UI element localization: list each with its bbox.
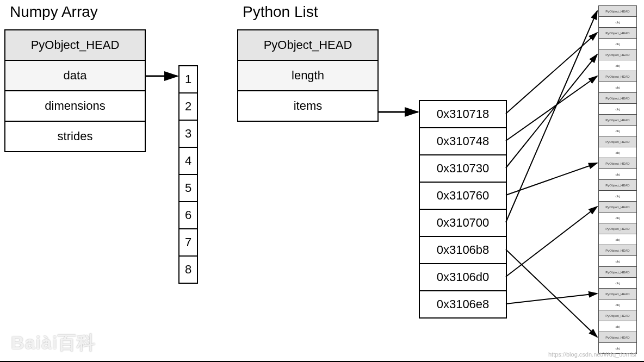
arrow-ptr-2: [506, 54, 597, 168]
data-cell: 2: [179, 93, 197, 120]
arrow-ptr-4: [506, 11, 597, 222]
heap-cell-body: obj: [599, 299, 637, 310]
heap-cell-head: PyObject_HEAD: [599, 310, 637, 321]
pylist-row-head: PyObject_HEAD: [238, 30, 378, 60]
data-cell: 6: [179, 202, 197, 229]
heap-cell-head: PyObject_HEAD: [599, 202, 637, 213]
heap-cell-body: obj: [599, 104, 637, 115]
numpy-row-strides: strides: [5, 121, 145, 152]
heap-cell-body: obj: [599, 256, 637, 267]
heap-cell-head: PyObject_HEAD: [599, 49, 637, 60]
heap-cell-body: obj: [599, 169, 637, 180]
heap-cell-body: obj: [599, 60, 637, 71]
pylist-row-length: length: [238, 60, 378, 91]
pointer-cell: 0x310730: [419, 155, 506, 182]
numpy-struct-table: PyObject_HEAD data dimensions strides: [4, 29, 146, 152]
heap-cell-head: PyObject_HEAD: [599, 71, 637, 82]
heap-cell-body: obj: [599, 278, 637, 289]
arrow-ptr-6: [506, 207, 597, 277]
pointer-cell: 0x3106d0: [419, 264, 506, 291]
data-cell: 5: [179, 174, 197, 202]
data-cell: 1: [179, 66, 197, 93]
heap-cell-head: PyObject_HEAD: [599, 136, 637, 147]
arrow-ptr-1: [506, 76, 597, 141]
heap-cell-head: PyObject_HEAD: [599, 28, 637, 39]
heap-column: PyObject_HEAD obj PyObject_HEAD obj PyOb…: [598, 5, 637, 354]
heap-cell-head: PyObject_HEAD: [599, 180, 637, 191]
heap-cell-body: obj: [599, 147, 637, 158]
arrow-ptr-0: [506, 33, 597, 114]
pointer-cell: 0x310760: [419, 182, 506, 209]
heap-cell-body: obj: [599, 191, 637, 202]
numpy-row-dimensions: dimensions: [5, 91, 145, 121]
pointer-cell: 0x310748: [419, 128, 506, 155]
pointer-cell: 0x310700: [419, 209, 506, 236]
pylist-title: Python List: [243, 3, 318, 21]
pylist-row-items: items: [238, 91, 378, 121]
pointer-cell: 0x310718: [419, 101, 506, 128]
numpy-row-head: PyObject_HEAD: [5, 30, 145, 60]
credit-text: https://blog.csdn.net/Wdq_domisi: [548, 351, 636, 358]
heap-cell-body: obj: [599, 321, 637, 332]
watermark-text: Baiài百科: [11, 330, 96, 355]
heap-cell-head: PyObject_HEAD: [599, 289, 637, 299]
heap-cell-head: PyObject_HEAD: [599, 223, 637, 234]
pointer-cell: 0x3106e8: [419, 291, 506, 318]
data-cell: 4: [179, 147, 197, 174]
heap-cell-head: PyObject_HEAD: [599, 93, 637, 104]
numpy-row-data: data: [5, 60, 145, 91]
arrow-ptr-3: [506, 163, 597, 195]
heap-cell-head: PyObject_HEAD: [599, 332, 637, 343]
heap-cell-head: PyObject_HEAD: [599, 158, 637, 169]
pointer-table: 0x310718 0x310748 0x310730 0x310760 0x31…: [419, 100, 507, 319]
heap-cell-head: PyObject_HEAD: [599, 245, 637, 256]
heap-cell-body: obj: [599, 82, 637, 93]
heap-cell-head: PyObject_HEAD: [599, 115, 637, 126]
heap-cell-body: obj: [599, 126, 637, 136]
data-cell: 7: [179, 229, 197, 256]
arrow-ptr-7: [506, 294, 597, 304]
heap-cell-body: obj: [599, 234, 637, 245]
heap-cell-body: obj: [599, 213, 637, 223]
arrow-ptr-5: [506, 249, 597, 337]
numpy-title: Numpy Array: [10, 3, 98, 21]
data-cell: 3: [179, 120, 197, 147]
pylist-struct-table: PyObject_HEAD length items: [237, 29, 379, 122]
numpy-data-column: 1 2 3 4 5 6 7 8: [178, 65, 198, 284]
heap-cell-head: PyObject_HEAD: [599, 6, 637, 17]
heap-cell-body: obj: [599, 39, 637, 49]
heap-cell-head: PyObject_HEAD: [599, 267, 637, 278]
data-cell: 8: [179, 256, 197, 283]
pointer-cell: 0x3106b8: [419, 236, 506, 264]
heap-cell-body: obj: [599, 17, 637, 28]
